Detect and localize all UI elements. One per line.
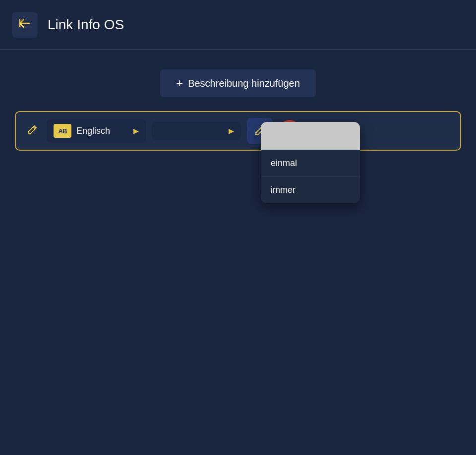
language-label: Englisch <box>76 126 128 136</box>
back-icon <box>19 18 31 32</box>
dropdown-popup: einmal immer <box>261 122 360 203</box>
dropdown-option-einmal[interactable]: einmal <box>261 150 360 176</box>
row-container: AB Englisch ▶ ▶ ✕ <box>15 111 461 151</box>
dropdown-option-immer[interactable]: immer <box>261 176 360 203</box>
second-selector-chevron-icon: ▶ <box>229 127 234 135</box>
back-button[interactable] <box>12 12 38 38</box>
translate-icon: AB <box>54 124 71 138</box>
dropdown-empty-option[interactable] <box>261 122 360 150</box>
plus-icon: + <box>176 76 183 90</box>
second-selector[interactable]: ▶ <box>152 122 241 140</box>
main-content: + Beschreibung hinzufügen AB Englisch ▶ … <box>0 50 476 163</box>
language-selector[interactable]: AB Englisch ▶ <box>47 119 146 143</box>
add-description-label: Beschreibung hinzufügen <box>188 78 300 89</box>
page-title: Link Info OS <box>48 17 124 33</box>
row-edit-button-left[interactable] <box>24 121 41 141</box>
add-description-button[interactable]: + Beschreibung hinzufügen <box>160 69 316 97</box>
language-chevron-icon: ▶ <box>133 127 139 135</box>
header: Link Info OS <box>0 0 476 50</box>
